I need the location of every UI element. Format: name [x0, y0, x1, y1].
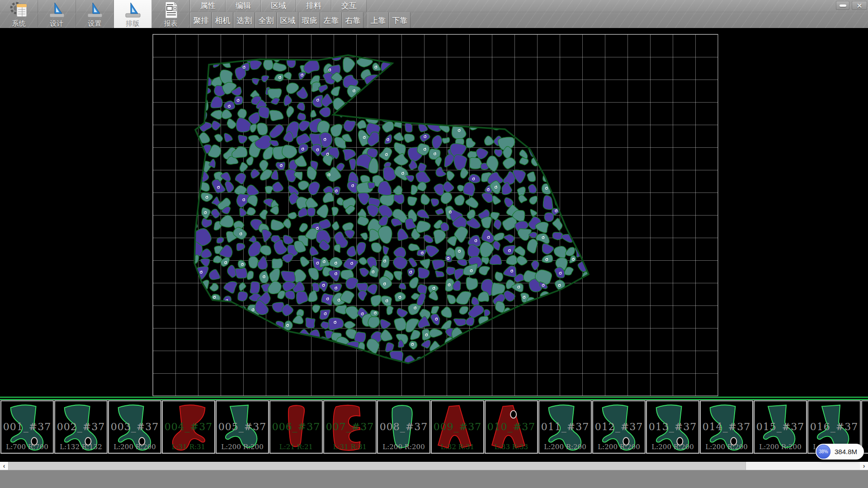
piece-lr-count: L:200 R:200 [378, 443, 429, 451]
tab-design[interactable]: 设计 [38, 0, 76, 28]
tool-cluster-nest[interactable]: 聚排 [190, 12, 212, 28]
thumbnail-cell[interactable]: 007_#37L:31 R:31 [323, 400, 377, 454]
piece-lr-count: L:200 R:200 [217, 443, 268, 451]
thumbnail-cell[interactable]: 005_#37L:200 R:200 [216, 400, 269, 454]
tool-cut-all[interactable]: 全割 [255, 12, 277, 28]
piece-id: 014_#37 [701, 421, 752, 432]
piece-lr-count: L:21 R:21 [270, 443, 322, 451]
menu-row-tools: 聚排 相机 选割 全割 区域 瑕疵 左靠 右靠 上靠 下靠 [190, 12, 411, 28]
design-ruler-icon [47, 1, 67, 19]
tool-snap-left[interactable]: 左靠 [321, 12, 342, 28]
menu-interact[interactable]: 交互 [331, 0, 367, 12]
piece-id: 009_#37 [432, 421, 483, 432]
thumbnail-cell[interactable]: 0L: [861, 400, 868, 454]
piece-lr-count: L:31 R:31 [163, 443, 214, 451]
thumbnail-cell[interactable]: 015_#37L:200 R:200 [754, 400, 807, 454]
application-window: 系统 设计 设置 [0, 0, 868, 488]
nesting-canvas[interactable] [0, 28, 868, 398]
strip-top-line2 [0, 399, 868, 400]
horizontal-scrollbar[interactable]: ‹ › [0, 462, 868, 470]
close-icon: ✕ [857, 2, 863, 9]
strip-top-line [0, 397, 868, 398]
piece-id: 006_#37 [270, 421, 322, 432]
close-button[interactable]: ✕ [852, 1, 867, 10]
tool-snap-bottom[interactable]: 下靠 [389, 12, 410, 28]
thumbnail-cell[interactable]: 003_#37L:200 R:200 [108, 400, 161, 454]
piece-id: 008_#37 [378, 421, 429, 432]
menu-region[interactable]: 区域 [261, 0, 296, 12]
piece-id: 0 [862, 421, 868, 432]
piece-id: 003_#37 [109, 421, 160, 432]
piece-id: 015_#37 [755, 421, 806, 432]
window-controls: ✕ [836, 1, 867, 10]
piece-id: 001_#37 [1, 421, 53, 432]
nesting-ruler-icon [123, 1, 143, 19]
thumbnail-cells: 001_#37L:700 R:700002_#37L:132 R:132003_… [0, 400, 868, 455]
piece-lr-count: L:200 R:200 [593, 443, 645, 451]
main-tab-strip: 系统 设计 设置 [0, 0, 190, 28]
thumbnail-cell[interactable]: 014_#37L:200 R:200 [700, 400, 753, 454]
toolbar: 系统 设计 设置 [0, 0, 868, 28]
tab-system[interactable]: 系统 [0, 0, 38, 28]
menu-row-primary: 属性 编辑 区域 排料 交互 [190, 0, 367, 12]
thumbnail-cell[interactable]: 006_#37L:21 R:21 [269, 400, 323, 454]
piece-id: 007_#37 [324, 421, 376, 432]
tool-snap-right[interactable]: 右靠 [342, 12, 363, 28]
menu-properties[interactable]: 属性 [190, 0, 226, 12]
piece-id: 004_#37 [163, 421, 214, 432]
report-doc-icon [161, 1, 181, 19]
menu-nest[interactable]: 排料 [296, 0, 331, 12]
piece-lr-count: L:33 R:33 [486, 443, 537, 451]
piece-id: 016_#37 [808, 421, 860, 432]
tab-label: 排版 [126, 19, 140, 28]
settings-ruler-icon [85, 1, 105, 19]
menu-edit[interactable]: 编辑 [226, 0, 261, 12]
piece-lr-count: L:700 R:700 [1, 443, 53, 451]
thumbnail-cell[interactable]: 012_#37L:200 R:200 [592, 400, 646, 454]
piece-lr-count: L:200 R:200 [539, 443, 591, 451]
scroll-left-icon[interactable]: ‹ [0, 462, 8, 470]
piece-id: 002_#37 [55, 421, 107, 432]
tool-camera[interactable]: 相机 [212, 12, 233, 28]
system-gear-icon [9, 1, 29, 19]
piece-lr-count: L:200 R:200 [647, 443, 698, 451]
tab-nesting[interactable]: 排版 [114, 0, 152, 28]
tab-label: 报表 [164, 19, 178, 28]
piece-lr-count: L:32 R:31 [432, 443, 483, 451]
thumbnail-cell[interactable]: 004_#37L:31 R:31 [162, 400, 215, 454]
memory-indicator: 38% 384.8M [816, 444, 864, 460]
tab-label: 系统 [12, 19, 26, 28]
thumbnail-cell[interactable]: 009_#37L:32 R:31 [431, 400, 484, 454]
piece-id: 005_#37 [217, 421, 268, 432]
scrollbar-thumb[interactable] [8, 462, 746, 470]
tab-settings[interactable]: 设置 [76, 0, 114, 28]
status-bar [0, 470, 868, 488]
tool-region[interactable]: 区域 [277, 12, 298, 28]
thumbnail-cell[interactable]: 013_#37L:200 R:200 [646, 400, 699, 454]
piece-lr-count: L:132 R:132 [55, 443, 107, 451]
tab-label: 设置 [88, 19, 102, 28]
tool-snap-top[interactable]: 上靠 [368, 12, 389, 28]
piece-lr-count: L:200 R:200 [109, 443, 160, 451]
minimize-button[interactable] [836, 1, 849, 10]
thumbnail-cell[interactable]: 010_#37L:33 R:33 [485, 400, 538, 454]
tab-report[interactable]: 报表 [152, 0, 190, 28]
minimize-icon [840, 5, 846, 7]
thumbnail-cell[interactable]: 011_#37L:200 R:200 [538, 400, 592, 454]
tool-defect[interactable]: 瑕疵 [299, 12, 320, 28]
piece-lr-count: L:200 R:200 [701, 443, 752, 451]
thumbnail-cell[interactable]: 001_#37L:700 R:700 [0, 400, 54, 454]
memory-percent-badge: 38% [816, 445, 830, 459]
memory-value: 384.8M [835, 448, 857, 455]
tool-select-cut[interactable]: 选割 [234, 12, 255, 28]
tab-label: 设计 [50, 19, 64, 28]
piece-id: 012_#37 [593, 421, 645, 432]
thumbnail-cell[interactable]: 008_#37L:200 R:200 [377, 400, 430, 454]
piece-id: 013_#37 [647, 421, 698, 432]
piece-thumbnail-strip: 001_#37L:700 R:700002_#37L:132 R:132003_… [0, 397, 868, 455]
piece-id: 011_#37 [539, 421, 591, 432]
scroll-right-icon[interactable]: › [860, 462, 868, 470]
piece-id: 010_#37 [486, 421, 537, 432]
memory-percent: 38% [819, 449, 828, 454]
thumbnail-cell[interactable]: 002_#37L:132 R:132 [54, 400, 108, 454]
